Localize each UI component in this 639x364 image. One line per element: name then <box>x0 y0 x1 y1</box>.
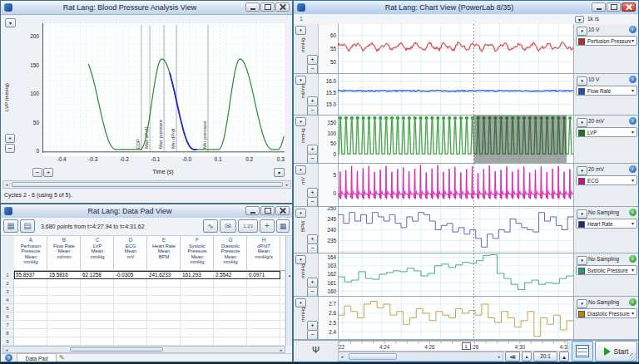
table-cell[interactable] <box>181 329 214 337</box>
datapad-h-scrollbar[interactable]: ◂ ▸ <box>2 346 285 353</box>
range-menu-icon[interactable]: ▾ <box>577 256 587 265</box>
channel-selector[interactable]: Heart Rate▾ <box>576 219 637 229</box>
channel-selector[interactable]: Flow Rate▾ <box>576 86 637 96</box>
table-cell[interactable] <box>147 329 181 337</box>
column-header[interactable]: GDiastolic Pressure Mean mmHg <box>214 236 247 271</box>
channel-info-icon[interactable]: i <box>629 117 637 125</box>
column-header[interactable]: HdP/dT Mean mmHg/s <box>247 236 280 271</box>
table-cell[interactable] <box>181 312 214 321</box>
channel-selector[interactable]: Diastolic Pressure▾ <box>576 308 637 318</box>
channel-selector[interactable]: Systolic Pressure▾ <box>576 265 637 275</box>
scrollbar-thumb[interactable] <box>12 182 283 187</box>
table-cell[interactable] <box>147 312 181 321</box>
table-cell[interactable] <box>147 304 181 312</box>
table-cell[interactable] <box>114 279 147 288</box>
scale-minus-icon[interactable]: − <box>307 287 318 297</box>
table-cell[interactable] <box>81 288 114 296</box>
table-cell[interactable] <box>14 279 47 288</box>
range-menu-icon[interactable]: ▾ <box>577 209 587 219</box>
table-cell[interactable]: 241.6233 <box>147 271 181 279</box>
titlebar-bp-analysis[interactable]: Rat Lang: Blood Pressure Analysis View <box>1 1 292 15</box>
comment-marker[interactable]: 1 <box>462 342 471 350</box>
table-cell[interactable] <box>114 312 147 321</box>
channel-info-icon[interactable]: i <box>629 76 637 83</box>
table-cell[interactable] <box>214 279 247 288</box>
range-menu-icon[interactable]: ▾ <box>577 76 587 86</box>
scroll-left-icon[interactable]: ◂ <box>3 181 10 188</box>
table-cell[interactable] <box>47 312 81 321</box>
table-cell[interactable] <box>114 304 147 312</box>
table-cell[interactable] <box>214 337 247 346</box>
x-zoom-out-button[interactable]: − <box>32 168 42 177</box>
range-menu-icon[interactable]: ▾ <box>577 118 587 127</box>
channel-info-icon[interactable]: i <box>629 209 637 216</box>
table-cell[interactable]: 161.293 <box>181 271 214 279</box>
datapad-table[interactable]: APerfusion Pressure Mean mmHgBFlow Rate … <box>2 236 292 346</box>
table-cell[interactable] <box>181 337 214 346</box>
scroll-up-icon[interactable]: ▴ <box>286 273 292 278</box>
sample-rate-menu-icon[interactable]: ▾ <box>575 16 584 23</box>
table-cell[interactable] <box>247 296 280 304</box>
x-zoom-in-button[interactable]: + <box>43 168 53 177</box>
export-mail-icon[interactable]: ✉ <box>220 219 236 233</box>
scale-minus-icon[interactable]: − <box>307 106 318 116</box>
restore-icon[interactable] <box>607 2 621 12</box>
table-view-icon[interactable]: ▦ <box>3 219 18 233</box>
table-cell[interactable] <box>14 337 47 346</box>
chart-h-scrollbar[interactable]: ◂ ▸ <box>338 352 503 362</box>
table-cell[interactable] <box>47 321 81 329</box>
table-cell[interactable] <box>214 312 247 321</box>
channel-selector[interactable]: Perfusion Pressure▾ <box>576 36 637 46</box>
table-cell[interactable] <box>47 296 81 304</box>
minimize-icon[interactable] <box>245 206 260 215</box>
zoom-view-button[interactable] <box>572 341 593 362</box>
table-cell[interactable] <box>14 329 47 337</box>
tab-data-pad[interactable]: Data Pad <box>17 353 57 362</box>
table-cell[interactable] <box>147 288 181 296</box>
scale-minus-icon[interactable]: − <box>307 330 318 340</box>
waveform-cursor-icon[interactable]: Ψ <box>312 345 320 355</box>
column-header[interactable]: EHeart Rate Mean BPM <box>147 236 181 271</box>
table-cell[interactable] <box>214 296 247 304</box>
bp-plot-area[interactable]: EDPMax dP/dtMax pressureMin dP/dtMin pre… <box>42 23 285 156</box>
table-options-icon[interactable]: ▦ <box>276 219 290 233</box>
plot-data-icon[interactable]: ∿ <box>203 219 218 233</box>
table-cell[interactable] <box>147 337 181 346</box>
table-cell[interactable] <box>214 329 247 337</box>
table-cell[interactable] <box>247 312 280 321</box>
channel-selector[interactable]: LVP▾ <box>576 127 637 137</box>
table-cell[interactable] <box>181 279 214 288</box>
scale-minus-icon[interactable]: − <box>307 154 318 164</box>
column-header[interactable]: BFlow Rate Mean ml/min <box>47 236 81 271</box>
scroll-right-icon[interactable]: ▸ <box>496 352 503 361</box>
scrollbar-thumb[interactable] <box>70 347 163 352</box>
row-number-cell[interactable]: 8 <box>2 329 14 337</box>
row-number-cell[interactable]: 9 <box>2 337 14 346</box>
table-cell[interactable] <box>214 304 247 312</box>
table-cell[interactable] <box>114 337 147 346</box>
scroll-left-icon[interactable]: ◂ <box>3 347 10 352</box>
resize-grip[interactable] <box>630 353 637 361</box>
table-cell[interactable] <box>147 279 181 288</box>
table-cell[interactable] <box>247 337 280 346</box>
table-cell[interactable] <box>247 279 280 288</box>
table-cell[interactable] <box>14 312 47 321</box>
close-icon[interactable] <box>275 2 290 12</box>
restore-icon[interactable] <box>260 2 275 12</box>
scroll-right-icon[interactable]: ▸ <box>284 181 290 188</box>
compression-up-icon[interactable]: ▴ <box>559 352 569 362</box>
channel-info-icon[interactable]: i <box>629 165 637 173</box>
table-cell[interactable]: 15.5816 <box>47 271 81 279</box>
table-cell[interactable] <box>14 304 47 312</box>
table-cell[interactable] <box>114 296 147 304</box>
scale-minus-icon[interactable]: − <box>307 197 318 207</box>
table-cell[interactable] <box>14 296 47 304</box>
range-menu-icon[interactable]: ▾ <box>577 299 587 308</box>
table-cell[interactable] <box>147 296 181 304</box>
compression-ratio-button[interactable]: 20:1 <box>533 352 557 362</box>
table-cell[interactable]: 2.5542 <box>214 271 247 279</box>
table-cell[interactable] <box>14 288 47 296</box>
column-header[interactable]: DECG Mean mV <box>114 236 147 271</box>
previous-block-icon[interactable]: ◂▦ <box>505 352 520 362</box>
table-cell[interactable] <box>114 288 147 296</box>
